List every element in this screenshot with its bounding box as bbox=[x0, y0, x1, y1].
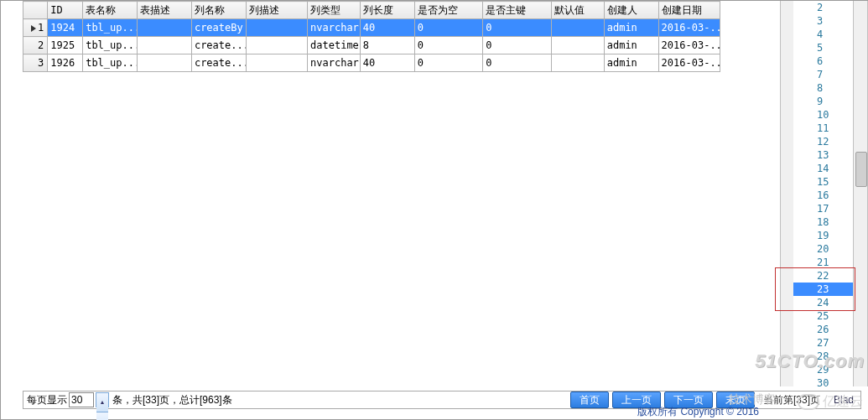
cell[interactable]: nvarchar bbox=[308, 54, 361, 72]
line-number[interactable]: 25 bbox=[793, 309, 855, 323]
page-status: 当前第[33]页 bbox=[756, 391, 827, 409]
column-header[interactable]: 列描述 bbox=[246, 2, 307, 19]
line-number[interactable]: 24 bbox=[793, 296, 855, 309]
line-number[interactable]: 12 bbox=[793, 135, 855, 148]
row-header[interactable]: 3 bbox=[23, 54, 48, 72]
line-number[interactable]: 16 bbox=[793, 189, 855, 202]
line-number[interactable]: 15 bbox=[793, 175, 855, 189]
cell[interactable]: 2016-03-... bbox=[658, 54, 720, 72]
line-number[interactable]: 22 bbox=[793, 269, 855, 283]
line-number[interactable]: 4 bbox=[793, 28, 855, 41]
cell[interactable] bbox=[138, 37, 192, 54]
column-header[interactable]: 是否主键 bbox=[483, 2, 552, 19]
line-number[interactable]: 3 bbox=[793, 14, 855, 28]
cell[interactable]: 2016-03-... bbox=[658, 37, 720, 54]
line-number[interactable]: 7 bbox=[793, 68, 855, 81]
line-number[interactable]: 5 bbox=[793, 41, 855, 54]
left-margin bbox=[1, 1, 23, 419]
cell[interactable]: admin bbox=[604, 19, 658, 37]
cell[interactable]: 2016-03-... bbox=[658, 19, 720, 37]
line-number[interactable]: 11 bbox=[793, 122, 855, 135]
line-number[interactable]: 21 bbox=[793, 256, 855, 269]
column-header[interactable]: 创建人 bbox=[604, 2, 658, 19]
table-row[interactable]: 21925tbl_up...create...datetime800admin2… bbox=[23, 37, 720, 54]
cell[interactable]: tbl_up... bbox=[83, 54, 138, 72]
cell[interactable]: 0 bbox=[414, 54, 483, 72]
cell[interactable] bbox=[138, 54, 192, 72]
line-number[interactable]: 29 bbox=[793, 363, 855, 376]
current-row-indicator-icon bbox=[31, 25, 36, 32]
cell[interactable]: 0 bbox=[483, 19, 552, 37]
app-window: ID表名称表描述列名称列描述列类型列长度是否为空是否主键默认值创建人创建日期11… bbox=[0, 0, 868, 420]
line-number[interactable]: 18 bbox=[793, 215, 855, 229]
cell[interactable]: 8 bbox=[360, 37, 414, 54]
cell[interactable]: 40 bbox=[360, 19, 414, 37]
line-number[interactable]: 26 bbox=[793, 323, 855, 336]
line-number[interactable]: 19 bbox=[793, 229, 855, 242]
cell[interactable] bbox=[246, 19, 307, 37]
column-header[interactable]: 表描述 bbox=[138, 2, 192, 19]
column-header[interactable]: 列长度 bbox=[360, 2, 414, 19]
cell[interactable] bbox=[246, 37, 307, 54]
line-number[interactable]: 20 bbox=[793, 242, 855, 256]
cell[interactable]: admin bbox=[604, 54, 658, 72]
spinner-up-icon[interactable]: ▲ bbox=[96, 393, 108, 412]
cell[interactable]: admin bbox=[604, 37, 658, 54]
column-header[interactable]: 是否为空 bbox=[414, 2, 483, 19]
line-number[interactable]: 30 bbox=[793, 376, 855, 390]
cell[interactable] bbox=[138, 19, 192, 37]
line-number-gutter[interactable]: 2345678910111213141516171819202122232425… bbox=[793, 1, 855, 386]
cell[interactable]: datetime bbox=[308, 37, 361, 54]
data-grid[interactable]: ID表名称表描述列名称列描述列类型列长度是否为空是否主键默认值创建人创建日期11… bbox=[23, 1, 744, 386]
cell[interactable]: tbl_up... bbox=[83, 19, 138, 37]
line-number[interactable]: 10 bbox=[793, 108, 855, 122]
cell[interactable] bbox=[246, 54, 307, 72]
scrollbar-thumb[interactable] bbox=[855, 152, 867, 187]
cell[interactable] bbox=[551, 37, 604, 54]
column-header[interactable]: 列类型 bbox=[308, 2, 361, 19]
side-scrollbar-right[interactable] bbox=[853, 1, 868, 386]
footer-copyright: 版权所有 Copyright © 2016 bbox=[637, 405, 759, 419]
cell[interactable]: 40 bbox=[360, 54, 414, 72]
cell[interactable] bbox=[551, 19, 604, 37]
cell[interactable]: 1924 bbox=[48, 19, 83, 37]
column-header[interactable]: 表名称 bbox=[83, 2, 138, 19]
cell[interactable]: create... bbox=[191, 54, 246, 72]
table-row[interactable]: 11924tbl_up...createBynvarchar4000admin2… bbox=[23, 19, 720, 37]
table-row[interactable]: 31926tbl_up...create...nvarchar4000admin… bbox=[23, 54, 720, 72]
spinner-down-icon[interactable]: ▼ bbox=[96, 412, 108, 420]
column-header[interactable]: ID bbox=[48, 2, 83, 19]
line-number[interactable]: 6 bbox=[793, 54, 855, 68]
column-header[interactable]: 默认值 bbox=[551, 2, 604, 19]
line-number[interactable]: 28 bbox=[793, 350, 855, 363]
row-header[interactable]: 2 bbox=[23, 37, 48, 54]
cell[interactable]: nvarchar bbox=[308, 19, 361, 37]
line-number[interactable]: 27 bbox=[793, 336, 855, 350]
cell[interactable]: 0 bbox=[483, 54, 552, 72]
row-header-corner[interactable] bbox=[23, 2, 48, 19]
column-header[interactable]: 创建日期 bbox=[658, 2, 720, 19]
line-number[interactable]: 17 bbox=[793, 202, 855, 215]
per-page-spinner[interactable]: ▲ ▼ bbox=[96, 392, 109, 407]
cell[interactable]: 0 bbox=[414, 19, 483, 37]
line-number[interactable]: 13 bbox=[793, 148, 855, 162]
row-header[interactable]: 1 bbox=[23, 19, 48, 37]
column-header[interactable]: 列名称 bbox=[191, 2, 246, 19]
code-gutter-panel: 2345678910111213141516171819202122232425… bbox=[780, 1, 868, 386]
cell[interactable]: tbl_up... bbox=[83, 37, 138, 54]
cell[interactable]: createBy bbox=[191, 19, 246, 37]
cell[interactable]: 0 bbox=[414, 37, 483, 54]
line-number[interactable]: 9 bbox=[793, 95, 855, 108]
line-number[interactable]: 23 bbox=[793, 283, 855, 296]
first-page-button[interactable]: 首页 bbox=[570, 391, 609, 408]
blank-label: Blad bbox=[827, 391, 860, 409]
cell[interactable]: create... bbox=[191, 37, 246, 54]
cell[interactable] bbox=[551, 54, 604, 72]
per-page-input[interactable] bbox=[69, 392, 94, 407]
cell[interactable]: 1925 bbox=[48, 37, 83, 54]
line-number[interactable]: 2 bbox=[793, 1, 855, 14]
line-number[interactable]: 8 bbox=[793, 81, 855, 95]
cell[interactable]: 1926 bbox=[48, 54, 83, 72]
line-number[interactable]: 14 bbox=[793, 162, 855, 175]
cell[interactable]: 0 bbox=[483, 37, 552, 54]
